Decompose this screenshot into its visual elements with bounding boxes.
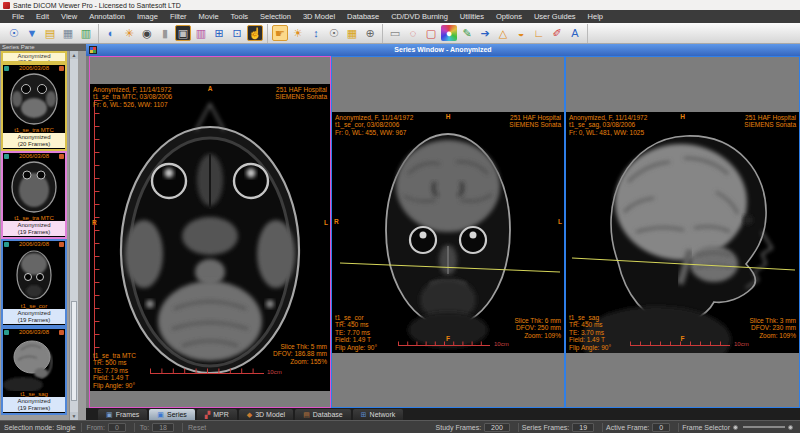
menu-utilities[interactable]: Utilities bbox=[454, 10, 490, 23]
overlay-patient-info: Anonymized, F, 11/14/1972 t1_se_sag, 03/… bbox=[569, 114, 647, 136]
magnifier-icon[interactable]: ☉ bbox=[326, 25, 342, 41]
menu-tools[interactable]: Tools bbox=[225, 10, 255, 23]
study-frames-label: Study Frames: bbox=[436, 424, 482, 431]
arrow-annotation-icon[interactable]: ➔ bbox=[477, 25, 493, 41]
print-icon[interactable]: ▦ bbox=[60, 25, 76, 41]
coronal-image-region[interactable]: Anonymized, F, 11/14/1972 t1_se_cor, 03/… bbox=[332, 112, 564, 353]
overlay-institution-info: 251 HAF Hospital SIEMENS Sonata bbox=[744, 114, 796, 129]
viewport-coronal[interactable]: Anonymized, F, 11/14/1972 t1_se_cor, 03/… bbox=[331, 56, 565, 408]
frame-selector-knob-left[interactable] bbox=[733, 425, 738, 430]
scrollbar-thumb[interactable] bbox=[71, 301, 77, 401]
series-badge-left-icon bbox=[4, 66, 9, 71]
series-thumbnail-3[interactable]: 2006/03/08 t1_se_cor Anonymized (19 Fram… bbox=[1, 239, 67, 327]
overlay-sequence-info: t1_se_tra MTC TR: 500 ms TE: 7.79 ms Fie… bbox=[93, 352, 136, 389]
from-value: 0 bbox=[108, 423, 126, 432]
series-frames-value: 19 bbox=[572, 423, 594, 432]
menu-edit[interactable]: Edit bbox=[30, 10, 55, 23]
series-thumbnail-1[interactable]: 2006/03/08 t1_se_tra MTC Anonymized (20 … bbox=[1, 63, 67, 151]
tab-database[interactable]: ▤Database bbox=[295, 409, 351, 420]
menu-cd-dvd-burning[interactable]: CD/DVD Burning bbox=[385, 10, 454, 23]
selection-mode-label: Selection mode: Single bbox=[4, 424, 76, 431]
viewport-axial[interactable]: Anonymized, F, 11/14/1972 t1_se_tra MTC,… bbox=[89, 56, 331, 408]
overlay-patient-info: Anonymized, F, 11/14/1972 t1_se_tra MTC,… bbox=[93, 86, 172, 108]
full-screen-icon[interactable]: ⊡ bbox=[229, 25, 245, 41]
thumb-label: Anonymized (19 Frames) bbox=[3, 397, 65, 412]
menu-options[interactable]: Options bbox=[490, 10, 528, 23]
series-frames-label: Series Frames: bbox=[522, 424, 569, 431]
rect-roi-icon[interactable]: ▢ bbox=[423, 25, 439, 41]
series-badge-left-icon bbox=[4, 242, 9, 247]
menu-3d-model[interactable]: 3D Model bbox=[297, 10, 341, 23]
ellipse-roi-icon[interactable]: ◌ bbox=[405, 25, 421, 41]
series-thumbnail-partial[interactable]: Anonymized (20 Frames) bbox=[1, 51, 67, 63]
layout-columns-icon[interactable]: ▥ bbox=[193, 25, 209, 41]
coronal-thumb-image bbox=[3, 248, 65, 303]
open-study-icon[interactable]: ☉ bbox=[6, 25, 22, 41]
patient-hand-icon[interactable]: ☝ bbox=[247, 25, 263, 41]
eye-icon[interactable]: ◉ bbox=[139, 25, 155, 41]
bottom-tab-bar: ▣Frames▣Series▞MPR◆3D Model▤Database⊞Net… bbox=[86, 408, 800, 420]
menu-file[interactable]: File bbox=[6, 10, 30, 23]
thumb-date: 2006/03/08 bbox=[3, 329, 65, 336]
tab-3d-model[interactable]: ◆3D Model bbox=[239, 409, 293, 420]
series-pane-scrollbar[interactable]: ▲ ▼ bbox=[69, 51, 78, 420]
thumb-date: 2006/03/08 bbox=[3, 65, 65, 72]
zoom-icon[interactable]: ⊕ bbox=[362, 25, 378, 41]
menu-view[interactable]: View bbox=[55, 10, 83, 23]
reset-button[interactable]: Reset bbox=[188, 424, 206, 431]
axial-image-region[interactable]: Anonymized, F, 11/14/1972 t1_se_tra MTC,… bbox=[90, 84, 330, 391]
series-thumbnail-4[interactable]: 2006/03/08 t1_se_sag Anonymized (19 Fram… bbox=[1, 327, 67, 415]
menu-database[interactable]: Database bbox=[341, 10, 385, 23]
pencil-icon[interactable]: ✎ bbox=[459, 25, 475, 41]
pan-icon[interactable]: ☛ bbox=[272, 25, 288, 41]
protractor-icon[interactable]: ◒ bbox=[513, 25, 529, 41]
viewport-sagittal[interactable]: Anonymized, F, 11/14/1972 t1_se_sag, 03/… bbox=[565, 56, 800, 408]
series-tab-icon: ▣ bbox=[157, 411, 164, 418]
menu-selection[interactable]: Selection bbox=[254, 10, 297, 23]
tile-mode-icon[interactable]: ▦ bbox=[344, 25, 360, 41]
series-window: Series Window - Anonymized bbox=[86, 44, 800, 408]
menu-annotation[interactable]: Annotation bbox=[83, 10, 131, 23]
scroll-down-icon[interactable]: ▼ bbox=[70, 412, 78, 420]
window-level-icon[interactable]: ☀ bbox=[290, 25, 306, 41]
menu-user-guides[interactable]: User Guides bbox=[528, 10, 582, 23]
angle-icon[interactable]: ∟ bbox=[531, 25, 547, 41]
active-series-icon[interactable]: ▣ bbox=[175, 25, 191, 41]
menu-movie[interactable]: Movie bbox=[193, 10, 225, 23]
menu-image[interactable]: Image bbox=[131, 10, 164, 23]
rect-select-icon[interactable]: ▭ bbox=[387, 25, 403, 41]
browse-frames-icon[interactable]: ↕ bbox=[308, 25, 324, 41]
save-icon[interactable]: ▼ bbox=[24, 25, 40, 41]
tab-network[interactable]: ⊞Network bbox=[353, 409, 404, 420]
menu-help[interactable]: Help bbox=[582, 10, 609, 23]
brush-icon[interactable]: ✐ bbox=[549, 25, 565, 41]
tab-series[interactable]: ▣Series bbox=[149, 409, 194, 420]
fit-to-window-icon[interactable]: ⊞ bbox=[211, 25, 227, 41]
triangle-ruler-icon[interactable]: △ bbox=[495, 25, 511, 41]
frames-tab-icon: ▣ bbox=[106, 411, 113, 418]
menu-filter[interactable]: Filter bbox=[164, 10, 193, 23]
orientation-marker-right: L bbox=[558, 218, 562, 225]
new-document-icon[interactable]: ▤ bbox=[42, 25, 58, 41]
color-wheel-icon[interactable]: ● bbox=[441, 25, 457, 41]
axial-thumb-image bbox=[3, 160, 65, 215]
mpr-tab-icon: ▞ bbox=[205, 411, 210, 418]
text-annotation-icon[interactable]: A bbox=[567, 25, 583, 41]
series-badge-right-icon bbox=[59, 242, 64, 247]
frame-selector-track[interactable] bbox=[743, 426, 785, 428]
dicom-network-icon[interactable]: ◐ bbox=[103, 25, 119, 41]
axial-thumb-image bbox=[3, 72, 65, 127]
lock-icon[interactable]: ▮ bbox=[157, 25, 173, 41]
series-pane-title: Series Pane bbox=[0, 44, 86, 51]
series-pane: Series Pane Anonymized (20 Frames) 2006/… bbox=[0, 44, 86, 420]
frame-selector-knob-right[interactable] bbox=[788, 425, 793, 430]
report-icon[interactable]: ▥ bbox=[78, 25, 94, 41]
app-icon bbox=[3, 2, 10, 9]
tab-mpr[interactable]: ▞MPR bbox=[197, 409, 237, 420]
settings-tools-icon[interactable]: ✳ bbox=[121, 25, 137, 41]
scroll-up-icon[interactable]: ▲ bbox=[70, 51, 78, 59]
series-thumbnail-2[interactable]: 2006/03/08 t1_se_tra MTC Anonymized (19 … bbox=[1, 151, 67, 239]
tab-frames[interactable]: ▣Frames bbox=[98, 409, 147, 420]
series-window-titlebar[interactable]: Series Window - Anonymized bbox=[86, 44, 800, 56]
sagittal-image-region[interactable]: Anonymized, F, 11/14/1972 t1_se_sag, 03/… bbox=[566, 112, 799, 353]
